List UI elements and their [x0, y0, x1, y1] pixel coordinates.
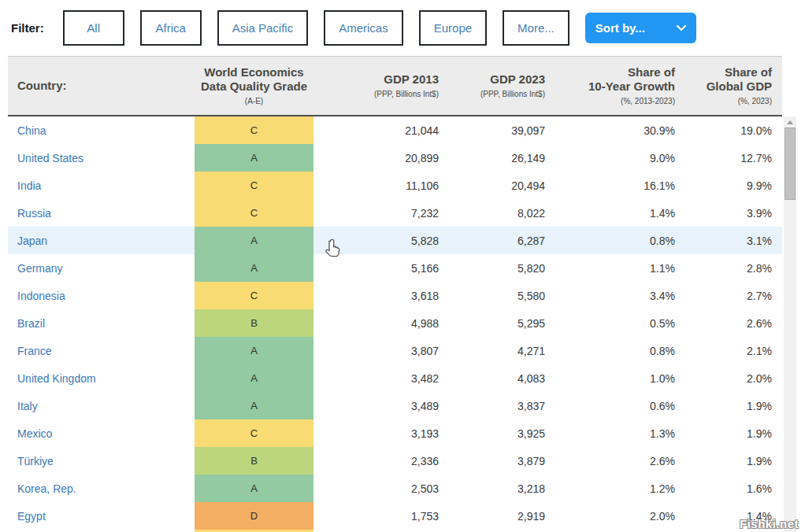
global-share-cell: 2.8% — [677, 262, 774, 275]
table-row: Japan A 5,828 6,287 0.8% 3.1% — [8, 227, 782, 254]
gdp-2023-cell: 4,083 — [441, 372, 547, 385]
country-link[interactable]: United Kingdom — [17, 372, 96, 385]
growth-cell: 1.0% — [547, 372, 677, 385]
gdp-2023-cell: 26,149 — [441, 152, 547, 164]
filter-bar: Filter: AllAfricaAsia PacificAmericasEur… — [0, 0, 805, 56]
table-row: India C 11,106 20,494 16.1% 9.9% — [8, 172, 782, 199]
filter-label: Filter: — [11, 21, 44, 35]
growth-cell: 0.5% — [547, 317, 677, 330]
country-link[interactable]: Russia — [17, 207, 51, 220]
grade-cell: A — [195, 364, 313, 392]
global-share-cell: 2.6% — [677, 317, 774, 330]
table-row: United Kingdom A 3,482 4,083 1.0% 2.0% — [8, 364, 782, 392]
grade-cell: D — [195, 502, 313, 530]
grade-cell: A — [195, 392, 313, 419]
growth-column-header: Share of 10-Year Growth (%, 2013-2023) — [547, 65, 677, 107]
gdp-2013-column-header: GDP 2013 (PPP, Billions Int$) — [313, 72, 441, 99]
global-share-cell: 2.7% — [677, 290, 774, 302]
growth-cell: 1.2% — [547, 482, 677, 495]
table-row: China C 21,044 39,097 30.9% 19.0% — [8, 116, 782, 144]
country-link[interactable]: Korea, Rep. — [17, 482, 76, 495]
filter-button-americas[interactable]: Americas — [324, 10, 403, 46]
country-link[interactable]: Türkiye — [17, 455, 54, 467]
sort-by-value: Sort by... — [595, 21, 645, 35]
gdp-2013-cell: 5,166 — [313, 262, 441, 275]
table-row: France A 3,807 4,271 0.8% 2.1% — [8, 337, 782, 364]
filter-button-europe[interactable]: Europe — [419, 10, 487, 46]
gdp-2013-cell: 3,482 — [313, 372, 441, 385]
table-row: Russia C 7,232 8,022 1.4% 3.9% — [8, 199, 782, 227]
global-share-cell: 1.9% — [677, 427, 774, 440]
global-share-cell: 19.0% — [677, 124, 774, 137]
global-share-cell: 12.7% — [677, 152, 774, 164]
filter-button-asia-pacific[interactable]: Asia Pacific — [217, 10, 309, 46]
grade-cell: A — [195, 144, 313, 172]
table-row: Germany A 5,166 5,820 1.1% 2.8% — [8, 254, 782, 282]
grade-cell: B — [195, 309, 313, 337]
country-link[interactable]: Egypt — [17, 510, 46, 523]
country-link[interactable]: Indonesia — [17, 290, 65, 302]
gdp-2023-cell: 20,494 — [441, 179, 547, 192]
grade-cell: A — [195, 227, 313, 254]
scroll-up-arrow[interactable] — [784, 116, 796, 127]
gdp-2023-cell: 5,295 — [441, 317, 547, 330]
country-link[interactable]: Italy — [17, 400, 38, 412]
country-link[interactable]: China — [17, 124, 46, 137]
gdp-2023-cell: 6,287 — [441, 235, 547, 247]
gdp-2023-cell: 4,271 — [441, 345, 547, 357]
global-share-cell: 3.1% — [677, 235, 774, 247]
gdp-2013-cell: 3,618 — [313, 290, 441, 302]
country-column-header: Country: — [8, 79, 195, 94]
global-share-cell: 1.6% — [677, 482, 774, 495]
grade-cell: C — [195, 199, 313, 227]
country-link[interactable]: Brazil — [17, 317, 45, 330]
gdp-2013-cell: 4,988 — [313, 317, 441, 330]
gdp-2023-cell: 8,022 — [441, 207, 547, 220]
filter-button-all[interactable]: All — [63, 10, 124, 46]
gdp-2023-cell: 3,879 — [441, 455, 547, 467]
country-link[interactable]: Germany — [17, 262, 63, 275]
growth-cell: 1.3% — [547, 427, 677, 440]
growth-cell: 9.0% — [547, 152, 677, 164]
gdp-2013-cell: 5,828 — [313, 235, 441, 247]
global-share-cell: 2.1% — [677, 345, 774, 357]
gdp-2013-cell: 1,753 — [313, 510, 441, 523]
gdp-2023-cell: 2,919 — [441, 510, 547, 523]
table-header: Country: World Economics Data Quality Gr… — [8, 56, 782, 116]
gdp-2023-cell: 3,925 — [441, 427, 547, 440]
grade-cell: A — [195, 475, 313, 502]
table-row: Indonesia C 3,618 5,580 3.4% 2.7% — [8, 282, 782, 309]
global-share-cell: 1.9% — [677, 400, 774, 412]
table-row: Mexico C 3,193 3,925 1.3% 1.9% — [8, 419, 782, 447]
growth-cell: 2.0% — [547, 510, 677, 523]
gdp-2013-cell: 3,807 — [313, 345, 441, 357]
table-row: United States A 20,899 26,149 9.0% 12.7% — [8, 144, 782, 172]
filter-button-more[interactable]: More... — [503, 10, 569, 46]
watermark: Fishki.net — [740, 517, 799, 530]
table-row: Brazil B 4,988 5,295 0.5% 2.6% — [8, 309, 782, 337]
sort-by-dropdown[interactable]: Sort by... — [585, 13, 696, 43]
table-row: Korea, Rep. A 2,503 3,218 1.2% 1.6% — [8, 475, 782, 502]
gdp-2023-cell: 3,218 — [441, 482, 547, 495]
country-link[interactable]: Mexico — [17, 427, 52, 440]
country-link[interactable]: India — [17, 179, 41, 192]
vertical-scrollbar[interactable] — [784, 116, 796, 532]
gdp-2013-cell: 2,503 — [313, 482, 441, 495]
filter-buttons: AllAfricaAsia PacificAmericasEuropeMore.… — [63, 10, 585, 46]
scrollbar-thumb[interactable] — [785, 127, 796, 200]
gdp-2023-cell: 39,097 — [441, 124, 547, 137]
growth-cell: 30.9% — [547, 124, 677, 137]
grade-cell: C — [195, 116, 313, 144]
table-row: Italy A 3,489 3,837 0.6% 1.9% — [8, 392, 782, 419]
page: Filter: AllAfricaAsia PacificAmericasEur… — [0, 0, 805, 532]
gdp-2023-column-header: GDP 2023 (PPP, Billions Int$) — [441, 72, 547, 99]
gdp-2013-cell: 2,336 — [313, 455, 441, 467]
filter-button-africa[interactable]: Africa — [140, 10, 202, 46]
country-link[interactable]: United States — [17, 152, 83, 164]
country-link[interactable]: Japan — [17, 235, 47, 247]
grade-cell: C — [195, 282, 313, 309]
table-row: Türkiye B 2,336 3,879 2.6% 1.9% — [8, 447, 782, 475]
growth-cell: 1.4% — [547, 207, 677, 220]
grade-cell: A — [195, 254, 313, 282]
country-link[interactable]: France — [17, 345, 52, 357]
